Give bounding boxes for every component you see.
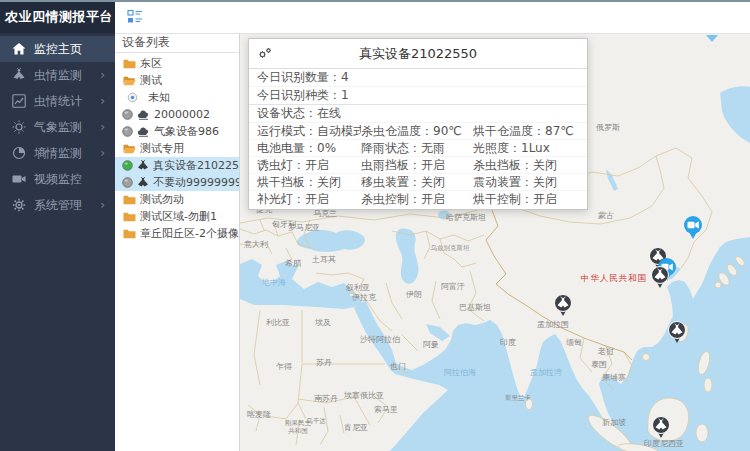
video-camera-icon [12, 172, 26, 186]
globe-icon [12, 146, 26, 160]
app-title: 农业四情测报平台 [0, 0, 115, 33]
map-label-country: 柬埔寨 [602, 373, 626, 382]
chevron-right-icon: › [100, 120, 105, 134]
popup-detail-cell: 杀虫挡板：关闭 [473, 157, 587, 173]
sidebar-item-label: 视频监控 [34, 171, 115, 188]
map-label-country: 意大利 [243, 240, 268, 249]
folder-closed-icon [123, 58, 136, 69]
chevron-right-icon: › [100, 94, 105, 108]
tree-item-label: 气象设备986 [154, 124, 219, 139]
status-dot-gray [122, 177, 133, 188]
sidebar-item-moisture-monitor[interactable]: 墒情监测 › [0, 140, 115, 166]
device-list-title: 设备列表 [115, 33, 239, 53]
chevron-right-icon: › [100, 146, 105, 160]
tree-device-item[interactable]: 20000002 [115, 106, 239, 123]
folder-closed-icon [123, 194, 136, 205]
popup-detail-cell: 电池电量：0% [257, 140, 361, 156]
map-label-country: 伊拉克 [352, 293, 377, 302]
map-label-country: 哈萨克斯坦 [446, 213, 486, 222]
sidebar-item-insect-monitor[interactable]: 虫情监测 › [0, 62, 115, 88]
map-label-country: 埃及 [314, 318, 331, 327]
radio-icon [127, 92, 138, 103]
tree-folder-item[interactable]: 测试专用 [115, 140, 239, 157]
map-label-country-sm: 斯里兰卡 [505, 394, 532, 402]
tree-folder-item[interactable]: 测试勿动 [115, 191, 239, 208]
popup-detail-cell: 烘干仓温度：87℃ [473, 123, 587, 139]
map-label-country: 叙利亚 [346, 283, 370, 292]
sidebar-item-monitor-home[interactable]: 监控主页 [0, 36, 115, 62]
window-top-edge [0, 0, 750, 2]
tree-device-item[interactable]: 气象设备986 [115, 123, 239, 140]
popup-stat-row: 今日识别种类：1 [249, 87, 587, 105]
sidebar-item-weather-monitor[interactable]: 气象监测 › [0, 114, 115, 140]
popup-detail-cell: 光照度：1Lux [473, 140, 587, 156]
map-label-country: 肯尼亚 [344, 423, 368, 432]
sidebar-item-system-manage[interactable]: 系统管理 › [0, 192, 115, 218]
folder-open-icon [123, 75, 136, 86]
tree-device-item[interactable]: 未知 [115, 89, 239, 106]
device-tree: 东区测试未知20000002气象设备986测试专用真实设备21022550不要动… [115, 53, 239, 242]
popup-body: 今日识别数量：4今日识别种类：1设备状态：在线运行模式：自动模式杀虫仓温度：90… [249, 69, 587, 209]
insect-icon [12, 68, 26, 82]
map-label-country: 巴基斯坦 [459, 303, 491, 312]
status-dot-gray [122, 126, 133, 137]
popup-detail-row: 烘干挡板：关闭移虫装置：关闭震动装置：关闭 [249, 174, 587, 191]
popup-detail-cell: 补光灯：开启 [257, 191, 361, 207]
map-label-country: 苏丹 [316, 358, 332, 367]
map-label-country: 印度尼西亚 [644, 439, 684, 448]
tree-device-item[interactable]: 真实设备21022550 [115, 157, 239, 174]
chevron-right-icon: › [100, 68, 105, 82]
folder-open-icon [123, 143, 136, 154]
sidebar-nav: 监控主页 虫情监测 › 虫情统计 › 气象监测 [0, 33, 115, 218]
gears-icon[interactable] [257, 46, 273, 61]
weather-device-icon [137, 126, 150, 137]
popup-header: 真实设备21022550 [249, 39, 587, 69]
status-dot-green [122, 160, 133, 171]
map-label-country: 土耳其 [311, 255, 336, 264]
map-label-country-sm: 乌干达 [306, 417, 326, 425]
map-label-country: 利比亚 [266, 318, 290, 327]
tree-device-item[interactable]: 不要动99999999 [115, 174, 239, 191]
map-label-country: 蒙古 [598, 211, 614, 220]
sidebar-item-video-monitor[interactable]: 视频监控 [0, 166, 115, 192]
tree-item-label: 不要动99999999 [153, 175, 239, 190]
sidebar-item-label: 系统管理 [34, 197, 100, 214]
tree-folder-item[interactable]: 测试 [115, 72, 239, 89]
gear-icon [12, 198, 26, 212]
tree-folder-item[interactable]: 章丘阳丘区-2个摄像头 [115, 225, 239, 242]
map-label-sea: 阿拉伯海 [444, 368, 476, 377]
tree-folder-item[interactable]: 测试区域-勿删1 [115, 208, 239, 225]
layout-list-icon[interactable] [127, 9, 143, 24]
map-label-country-sm: 乌兹别克斯坦 [431, 244, 471, 252]
popup-stat-row: 今日识别数量：4 [249, 69, 587, 87]
sidebar-item-label: 虫情统计 [34, 93, 100, 110]
popup-detail-row: 电池电量：0%降雨状态：无雨光照度：1Lux [249, 140, 587, 157]
tree-item-label: 测试区域-勿删1 [140, 209, 217, 224]
map-label-country: 索马里 [374, 405, 398, 414]
sidebar-item-label: 气象监测 [34, 119, 100, 136]
map-label-country: 泰国 [591, 360, 607, 369]
sidebar-item-insect-stats[interactable]: 虫情统计 › [0, 88, 115, 114]
tree-item-label: 东区 [140, 56, 162, 71]
tree-item-label: 测试专用 [140, 141, 184, 156]
sidebar: 农业四情测报平台 监控主页 虫情监测 › 虫情统计 › [0, 0, 115, 451]
tree-folder-item[interactable]: 东区 [115, 55, 239, 72]
insect-device-icon [137, 177, 149, 188]
map-label-country: 缅甸 [566, 338, 582, 347]
popup-detail-cell: 虫雨挡板：开启 [361, 157, 473, 173]
popup-status-row: 设备状态：在线 [249, 105, 587, 123]
map-label-country: 老挝 [597, 347, 614, 356]
map-label-country: 阿曼 [423, 340, 439, 349]
line-chart-icon [12, 94, 26, 108]
map-label-china: 中华人民共和国 [581, 273, 648, 283]
map-label-country: 伊朗 [406, 290, 422, 299]
map-label-country: 罗马尼亚 [288, 223, 320, 232]
app-window: 农业四情测报平台 监控主页 虫情监测 › 虫情统计 › [0, 0, 750, 451]
device-list-panel: 设备列表 东区测试未知20000002气象设备986测试专用真实设备210225… [115, 33, 240, 451]
device-info-popup: 真实设备21022550 今日识别数量：4今日识别种类：1设备状态：在线运行模式… [248, 38, 588, 210]
map-label-sea: 地中海 [261, 278, 286, 287]
tree-item-label: 20000002 [154, 108, 210, 121]
chevron-right-icon: › [100, 198, 105, 212]
popup-detail-row: 诱虫灯：开启虫雨挡板：开启杀虫挡板：关闭 [249, 157, 587, 174]
map-label-country: 俄罗斯 [596, 123, 620, 132]
